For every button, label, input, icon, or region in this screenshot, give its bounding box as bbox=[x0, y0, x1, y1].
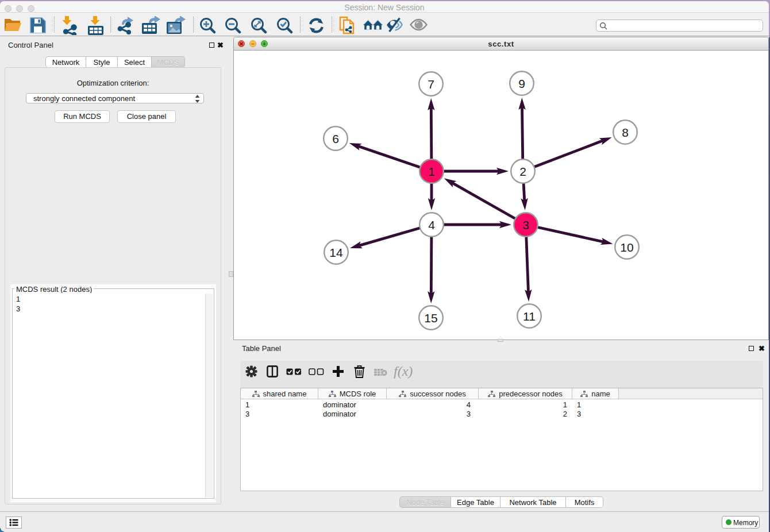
svg-text:1: 1 bbox=[428, 165, 435, 178]
svg-text:4: 4 bbox=[428, 218, 435, 232]
svg-text:7: 7 bbox=[428, 78, 434, 91]
svg-text:3: 3 bbox=[522, 218, 529, 232]
svg-text:11: 11 bbox=[523, 310, 536, 323]
svg-text:15: 15 bbox=[424, 311, 437, 325]
svg-text:8: 8 bbox=[622, 126, 629, 139]
svg-text:14: 14 bbox=[329, 246, 343, 259]
svg-text:2: 2 bbox=[519, 165, 526, 178]
svg-text:9: 9 bbox=[518, 77, 525, 90]
svg-text:10: 10 bbox=[620, 241, 633, 254]
svg-text:6: 6 bbox=[332, 132, 339, 145]
